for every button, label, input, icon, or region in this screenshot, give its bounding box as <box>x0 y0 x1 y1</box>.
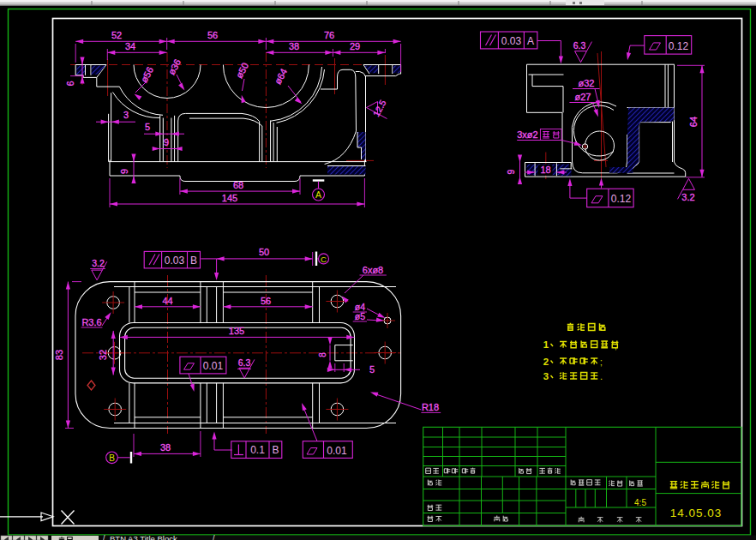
svg-text:83: 83 <box>54 350 64 360</box>
svg-text:68: 68 <box>233 180 243 190</box>
svg-text:9: 9 <box>119 169 129 174</box>
svg-text:.: . <box>600 371 603 381</box>
svg-text:0.01: 0.01 <box>203 360 224 372</box>
svg-text:3.2: 3.2 <box>681 192 694 202</box>
svg-text:64: 64 <box>688 117 699 127</box>
svg-text:0.03: 0.03 <box>501 35 522 47</box>
svg-text:50: 50 <box>259 247 269 257</box>
svg-text:1: 1 <box>543 339 549 350</box>
svg-text:R3.6: R3.6 <box>81 317 101 327</box>
svg-text:145: 145 <box>222 193 237 203</box>
svg-text:8: 8 <box>318 352 327 357</box>
svg-text:0.03: 0.03 <box>165 255 185 267</box>
svg-text:6: 6 <box>65 81 75 86</box>
svg-text:R18: R18 <box>422 402 439 412</box>
svg-text:6xø8: 6xø8 <box>363 265 383 275</box>
svg-text:BTN A3 Title Block: BTN A3 Title Block <box>110 534 177 540</box>
svg-text:A: A <box>527 35 534 47</box>
svg-text:0.12: 0.12 <box>669 40 689 52</box>
svg-text:4:5: 4:5 <box>634 498 646 507</box>
svg-text:0.12: 0.12 <box>611 193 632 205</box>
svg-text:5: 5 <box>369 364 375 375</box>
svg-text:9: 9 <box>506 169 516 174</box>
svg-text:C: C <box>321 255 327 264</box>
svg-text:29: 29 <box>350 41 360 51</box>
svg-text:ø27: ø27 <box>575 92 591 102</box>
svg-text:ø32: ø32 <box>579 78 595 88</box>
svg-text:3: 3 <box>543 371 549 381</box>
svg-text:B: B <box>272 444 279 456</box>
svg-text:56: 56 <box>261 296 271 306</box>
svg-text:6.3: 6.3 <box>238 357 251 368</box>
svg-text:14.05.03: 14.05.03 <box>670 507 723 519</box>
svg-text:3: 3 <box>123 110 129 120</box>
svg-text:B: B <box>190 255 197 267</box>
svg-text:2: 2 <box>543 357 549 367</box>
svg-text:0.1: 0.1 <box>250 444 265 456</box>
svg-text:A: A <box>315 189 321 200</box>
svg-text:76: 76 <box>324 30 334 40</box>
svg-text:32: 32 <box>98 350 108 360</box>
svg-text:56: 56 <box>207 30 218 40</box>
svg-text:B: B <box>109 453 115 463</box>
svg-text:6.3: 6.3 <box>573 40 586 51</box>
svg-text:52: 52 <box>111 30 122 40</box>
svg-text:3xø2: 3xø2 <box>517 129 537 140</box>
svg-text:44: 44 <box>162 296 172 306</box>
svg-text:;: ; <box>600 357 603 367</box>
svg-text:;: ; <box>615 341 617 351</box>
svg-text:0.01: 0.01 <box>327 445 347 457</box>
svg-text:5: 5 <box>145 122 150 132</box>
svg-text:ø5: ø5 <box>355 311 365 321</box>
svg-text:38: 38 <box>289 41 299 51</box>
svg-text:9: 9 <box>164 137 169 147</box>
svg-text:135: 135 <box>229 326 244 336</box>
svg-text:34: 34 <box>125 41 135 51</box>
svg-text:18: 18 <box>540 165 550 175</box>
svg-text:3.2: 3.2 <box>92 258 105 268</box>
svg-text:38: 38 <box>160 442 171 453</box>
